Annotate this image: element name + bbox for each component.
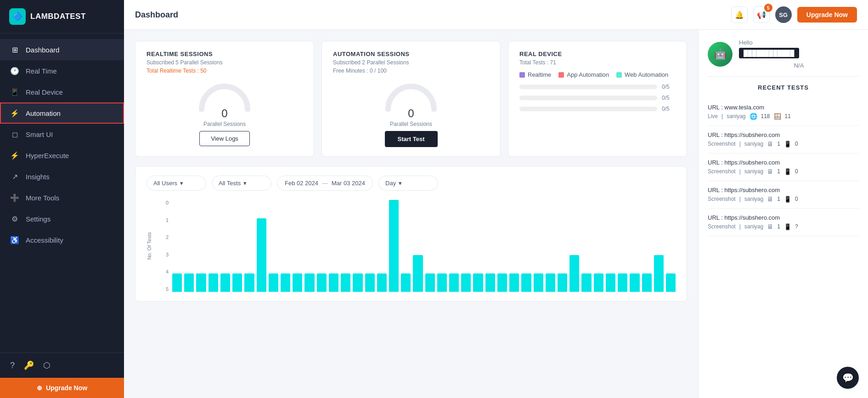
sidebar-nav: ⊞ Dashboard 🕐 Real Time 📱 Real Device ⚡ … bbox=[0, 34, 124, 353]
bar bbox=[341, 273, 350, 292]
notifications-button[interactable]: 🔔 bbox=[731, 6, 748, 23]
bar bbox=[534, 273, 543, 292]
automation-sessions-card: AUTOMATION SESSIONS Subscribed 2 Paralle… bbox=[321, 41, 501, 157]
user-avatar[interactable]: SG bbox=[775, 6, 792, 23]
device-count: 0 bbox=[795, 196, 798, 202]
upgrade-now-button-header[interactable]: Upgrade Now bbox=[797, 7, 857, 23]
profile-avatar: 🤖 bbox=[708, 42, 733, 67]
sidebar-item-moretools[interactable]: ➕ More Tools bbox=[0, 187, 124, 208]
bar bbox=[196, 273, 206, 292]
sidebar-item-settings[interactable]: ⚙ Settings bbox=[0, 208, 124, 229]
real-device-total: Total Tests : 71 bbox=[519, 59, 676, 66]
groupby-filter[interactable]: Day ▾ bbox=[378, 176, 438, 191]
moretools-icon: ➕ bbox=[10, 193, 19, 202]
bar-column bbox=[220, 273, 230, 292]
test-meta: Live | saniyag 🌐 118 🪟 11 bbox=[708, 113, 859, 120]
tests-filter[interactable]: All Tests ▾ bbox=[212, 176, 271, 191]
bar-column bbox=[521, 273, 531, 292]
bar bbox=[257, 218, 266, 292]
sidebar-item-automation[interactable]: ⚡ Automation bbox=[0, 102, 124, 124]
test-url: URL : https://subshero.com bbox=[708, 131, 859, 138]
sidebar-item-smartui[interactable]: ◻ Smart UI bbox=[0, 124, 124, 145]
bar bbox=[497, 273, 507, 292]
bar bbox=[666, 273, 676, 292]
sidebar-item-label: Settings bbox=[26, 215, 51, 223]
sidebar-item-realtime[interactable]: 🕐 Real Time bbox=[0, 60, 124, 81]
help-icon[interactable]: ? bbox=[10, 361, 15, 370]
browser-icon: 🖥 bbox=[767, 140, 773, 148]
bar bbox=[353, 273, 362, 292]
automation-icon: ⚡ bbox=[10, 108, 19, 118]
date-range-filter[interactable]: Feb 02 2024 — Mar 03 2024 bbox=[277, 176, 373, 191]
test-meta: Screenshot | saniyag 🖥 1 📱 0 bbox=[708, 168, 859, 175]
browser-count: 1 bbox=[777, 223, 780, 230]
bar bbox=[642, 273, 652, 292]
start-test-button[interactable]: Start Test bbox=[385, 131, 438, 147]
users-filter[interactable]: All Users ▾ bbox=[147, 176, 206, 191]
chat-bubble-button[interactable]: 💬 bbox=[837, 367, 859, 389]
rd-bar-row-2: 0/5 bbox=[519, 106, 676, 112]
bar bbox=[209, 273, 218, 292]
automation-gauge-label: Parallel Sessions bbox=[390, 121, 432, 127]
insights-icon: ↗ bbox=[10, 172, 19, 181]
realtime-gauge-value: 0 bbox=[221, 107, 227, 120]
real-device-card: REAL DEVICE Total Tests : 71 Realtime Ap… bbox=[508, 41, 687, 157]
bar bbox=[269, 273, 278, 292]
view-logs-button[interactable]: View Logs bbox=[199, 131, 250, 146]
legend-appautomation: App Automation bbox=[558, 71, 609, 78]
realtime-gauge: 0 Parallel Sessions bbox=[147, 80, 303, 127]
profile-info: Hello ████████████ N/A bbox=[739, 39, 859, 69]
content-area: REALTIME SESSIONS Subscribed 5 Parallel … bbox=[124, 30, 868, 398]
sidebar-item-label: More Tools bbox=[26, 194, 59, 202]
sidebar-item-insights[interactable]: ↗ Insights bbox=[0, 166, 124, 187]
profile-na: N/A bbox=[739, 62, 859, 69]
test-meta: Screenshot | saniyag 🖥 1 📱 0 bbox=[708, 195, 859, 203]
settings-icon: ⚙ bbox=[10, 214, 19, 223]
bar-column bbox=[594, 273, 603, 292]
y-axis-label: No. Of Tests bbox=[147, 232, 152, 260]
browser-count: 1 bbox=[777, 141, 780, 147]
chevron-down-icon-3: ▾ bbox=[399, 180, 402, 187]
sidebar-item-dashboard[interactable]: ⊞ Dashboard bbox=[0, 39, 124, 60]
bar-column bbox=[365, 273, 375, 292]
test-url: URL : https://subshero.com bbox=[708, 214, 859, 221]
rd-bar-row-1: 0/5 bbox=[519, 95, 676, 101]
bar bbox=[413, 255, 423, 292]
real-device-title: REAL DEVICE bbox=[519, 51, 676, 57]
bell-icon: 🔔 bbox=[735, 11, 744, 19]
bar-column bbox=[485, 273, 495, 292]
bar bbox=[521, 273, 531, 292]
sidebar-item-accessibility[interactable]: ♿ Accessibility bbox=[0, 229, 124, 250]
bar bbox=[184, 273, 194, 292]
date-from: Feb 02 2024 bbox=[285, 180, 318, 187]
sidebar-item-realdevice[interactable]: 📱 Real Device bbox=[0, 81, 124, 102]
test-item: URL : https://subshero.com Screenshot | … bbox=[708, 181, 859, 209]
automation-title: AUTOMATION SESSIONS bbox=[333, 51, 489, 57]
test-separator: | bbox=[739, 141, 741, 147]
sidebar-bottom: ? 🔑 ⬡ bbox=[0, 353, 124, 378]
bar-column bbox=[497, 273, 507, 292]
profile-hello: Hello bbox=[739, 39, 859, 46]
sidebar-item-label: Automation bbox=[26, 109, 61, 117]
sidebar-item-label: Real Device bbox=[26, 88, 63, 96]
bar bbox=[244, 273, 254, 292]
bar bbox=[377, 273, 387, 292]
bar bbox=[461, 273, 471, 292]
test-item: URL : www.tesla.com Live | saniyag 🌐 118… bbox=[708, 98, 859, 126]
realdevice-icon: 📱 bbox=[10, 87, 19, 97]
bar-column bbox=[281, 273, 290, 292]
y-axis-label-container: No. Of Tests bbox=[147, 200, 154, 292]
bar bbox=[281, 273, 290, 292]
bar-column bbox=[232, 273, 242, 292]
bar-column bbox=[425, 273, 435, 292]
bar-column bbox=[449, 273, 459, 292]
y-axis: 5 4 3 2 1 0 bbox=[154, 200, 172, 292]
browser-icon: 🖥 bbox=[767, 223, 773, 230]
device-icon: 📱 bbox=[784, 196, 791, 203]
sidebar-item-hyperexecute[interactable]: ⚡ HyperExecute bbox=[0, 145, 124, 166]
upgrade-now-button-sidebar[interactable]: ⊕ Upgrade Now bbox=[0, 378, 124, 398]
test-separator: | bbox=[721, 113, 723, 119]
share-icon[interactable]: ⬡ bbox=[43, 360, 51, 370]
bar-column bbox=[509, 273, 519, 292]
key-icon[interactable]: 🔑 bbox=[24, 360, 34, 370]
